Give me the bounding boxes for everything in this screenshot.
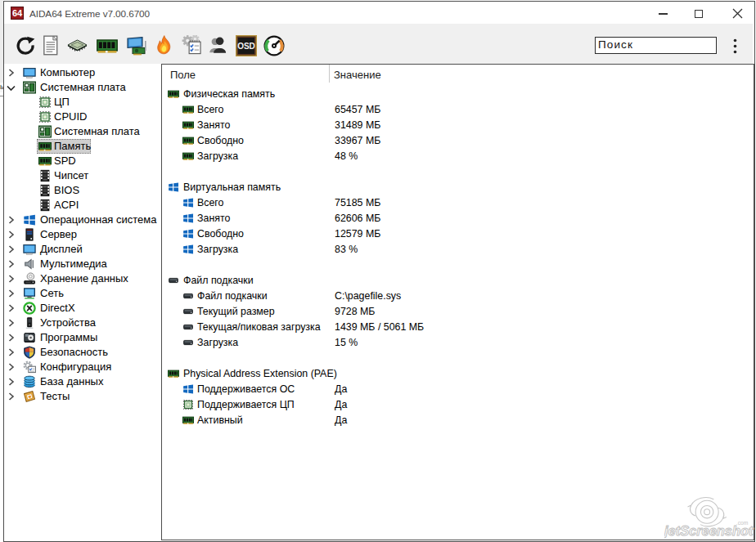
svg-text:.com: .com <box>736 520 749 526</box>
svg-text:jetScreenshot: jetScreenshot <box>664 523 754 538</box>
svg-text:OSD: OSD <box>237 42 255 51</box>
